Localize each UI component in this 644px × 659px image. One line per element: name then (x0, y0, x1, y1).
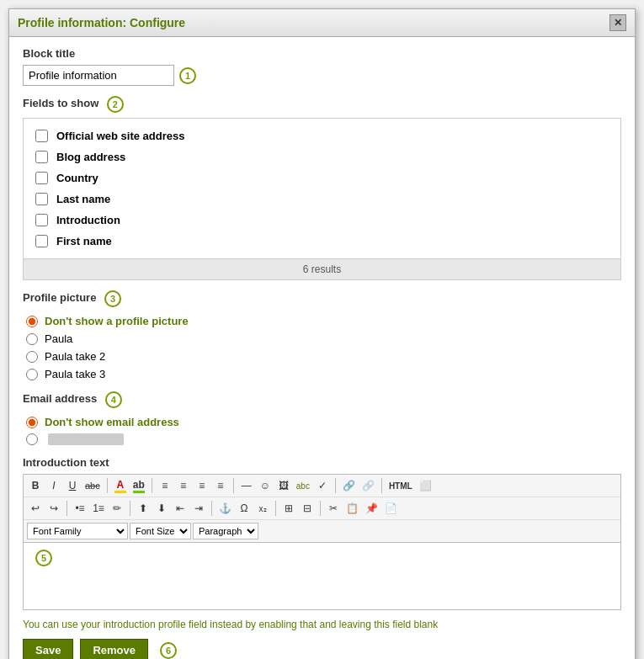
toolbar-separator-1 (107, 478, 108, 493)
block-title-input[interactable] (23, 65, 174, 86)
toolbar-separator-5 (381, 478, 382, 493)
field-checkbox-website[interactable] (35, 130, 48, 142)
toolbar-indent-right[interactable]: ⇥ (190, 500, 207, 517)
profile-option-paula: Paula (26, 330, 621, 348)
profile-radio-none[interactable] (26, 316, 38, 327)
toolbar-table-props[interactable]: ⊟ (299, 500, 316, 517)
dialog-title: Profile information: Configure (18, 16, 185, 29)
profile-radio-paula[interactable] (26, 333, 38, 345)
toolbar-separator-2 (152, 478, 152, 493)
field-label-firstname: First name (56, 235, 112, 247)
field-item-lastname: Last name (35, 189, 609, 210)
toolbar-italic[interactable]: I (45, 477, 62, 494)
configure-dialog: Profile information: Configure ✕ Block t… (8, 8, 636, 659)
toolbar-row-3: Font Family Arial Times New Roman Courie… (24, 520, 620, 542)
paragraph-select[interactable]: Paragraph Heading 1 Heading 2 Heading 3 (193, 523, 258, 539)
field-item-firstname: First name (35, 231, 609, 252)
toolbar-align-justify[interactable]: ≡ (212, 477, 229, 494)
toolbar-edit[interactable]: ✏ (109, 500, 125, 517)
field-checkbox-firstname[interactable] (35, 235, 48, 247)
toolbar-emoji[interactable]: ☺ (257, 477, 274, 494)
editor-area[interactable]: 5 (23, 543, 621, 610)
email-option-blurred (26, 431, 621, 448)
toolbar-align-left[interactable]: ≡ (157, 477, 173, 494)
toolbar-cut[interactable]: ✂ (325, 500, 342, 517)
toolbar-image[interactable]: 🖼 (275, 477, 292, 494)
field-label-introduction: Introduction (56, 214, 120, 226)
step-badge-6: 6 (160, 642, 177, 659)
email-label-none: Don't show email address (45, 416, 179, 428)
email-radio-none[interactable] (26, 417, 38, 428)
toolbar-align-right[interactable]: ≡ (194, 477, 210, 494)
field-checkbox-introduction[interactable] (35, 214, 48, 226)
toolbar-anchor[interactable]: ⚓ (216, 500, 234, 517)
toolbar-align-center[interactable]: ≡ (175, 477, 192, 494)
toolbar-spell[interactable]: abc (294, 477, 312, 494)
fields-box: Official web site address Blog address C… (23, 118, 621, 280)
toolbar-paste-plain[interactable]: 📄 (382, 500, 400, 517)
email-address-label: Email address 4 (23, 391, 621, 408)
font-size-select[interactable]: Font Size 8pt 10pt 12pt 14pt (130, 523, 191, 539)
close-icon: ✕ (614, 17, 622, 29)
profile-label-paula3: Paula take 3 (45, 368, 105, 380)
toolbar-bold[interactable]: B (27, 477, 44, 494)
remove-button[interactable]: Remove (80, 639, 148, 659)
toolbar-spell-check[interactable]: ✓ (314, 477, 331, 494)
field-label-blog: Blog address (56, 151, 125, 163)
intro-text-label: Introduction text (23, 456, 621, 469)
toolbar-bullet-list[interactable]: •≡ (72, 500, 88, 517)
step-badge-4: 4 (105, 391, 122, 408)
field-checkbox-lastname[interactable] (35, 193, 48, 205)
profile-label-paula2: Paula take 2 (45, 350, 105, 363)
profile-label-none: Don't show a profile picture (45, 315, 189, 327)
toolbar-html[interactable]: HTML (386, 477, 415, 494)
toolbar-table[interactable]: ⊞ (280, 500, 297, 517)
toolbar-indent-left[interactable]: ⇤ (172, 500, 189, 517)
profile-picture-section: Profile picture 3 Don't show a profile p… (23, 290, 621, 383)
step-badge-5: 5 (35, 550, 52, 566)
toolbar-special[interactable]: Ω (236, 500, 253, 517)
toolbar-insert-row-below[interactable]: ⬇ (153, 500, 170, 517)
step-badge-1: 1 (179, 67, 196, 84)
font-family-select[interactable]: Font Family Arial Times New Roman Courie… (27, 523, 128, 539)
blurred-email (48, 433, 124, 445)
step-badge-2: 2 (107, 96, 124, 113)
field-checkbox-country[interactable] (35, 172, 48, 184)
toolbar-separator-9 (275, 501, 276, 516)
toolbar-strikethrough[interactable]: abc (82, 477, 103, 494)
toolbar-separator-4 (335, 478, 336, 493)
toolbar-undo[interactable]: ↩ (27, 500, 44, 517)
close-button[interactable]: ✕ (609, 14, 626, 31)
toolbar-insert-row-above[interactable]: ⬆ (135, 500, 152, 517)
intro-text-section: Introduction text B I U abc A (23, 456, 621, 610)
field-item-introduction: Introduction (35, 210, 609, 231)
toolbar-hr[interactable]: — (238, 477, 255, 494)
block-title-section: Block title 1 (23, 47, 621, 86)
toolbar-redo[interactable]: ↪ (45, 500, 62, 517)
profile-label-paula: Paula (45, 332, 72, 345)
toolbar-fullscreen[interactable]: ⬜ (417, 477, 434, 494)
toolbar-paste[interactable]: 📌 (363, 500, 381, 517)
profile-option-paula2: Paula take 2 (26, 348, 621, 365)
toolbar-link[interactable]: 🔗 (340, 477, 358, 494)
field-checkbox-blog[interactable] (35, 151, 48, 163)
save-button[interactable]: Save (23, 639, 73, 659)
toolbar-separator-6 (67, 501, 67, 516)
dialog-body: Block title 1 Fields to show 2 Official … (9, 37, 635, 659)
toolbar-font-color[interactable]: A (112, 477, 129, 494)
field-label-country: Country (56, 172, 98, 184)
toolbar-copy[interactable]: 📋 (343, 500, 361, 517)
fields-list: Official web site address Blog address C… (24, 119, 620, 258)
toolbar-row-2: ↩ ↪ •≡ 1≡ ✏ ⬆ ⬇ ⇤ ⇥ ⚓ Ω x₂ ⊞ (24, 497, 620, 520)
profile-radio-paula3[interactable] (26, 369, 38, 380)
toolbar-numbered-list[interactable]: 1≡ (90, 500, 107, 517)
toolbar-unlink[interactable]: 🔗 (359, 477, 377, 494)
email-radio-blurred[interactable] (26, 433, 38, 445)
field-item-blog: Blog address (35, 146, 609, 167)
toolbar-highlight[interactable]: ab (130, 477, 147, 494)
results-count: 6 results (24, 258, 620, 279)
profile-radio-paula2[interactable] (26, 351, 38, 363)
toolbar-underline[interactable]: U (64, 477, 81, 494)
button-row: Save Remove 6 (23, 639, 621, 659)
toolbar-subtext[interactable]: x₂ (254, 500, 271, 517)
